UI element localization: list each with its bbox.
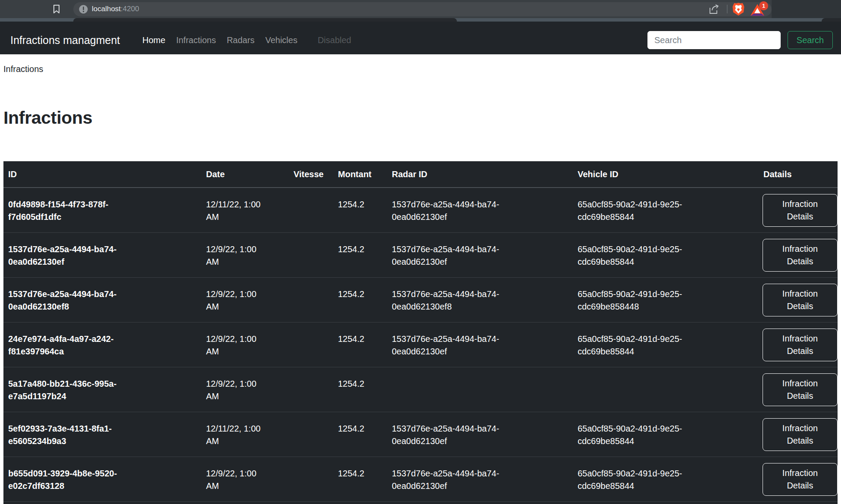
navbar-brand[interactable]: Infractions managment [10, 34, 120, 47]
cell-details: Infraction Details [759, 412, 838, 457]
infraction-details-button[interactable]: Infraction Details [763, 463, 838, 496]
cell-montant: 1254.2 [333, 457, 387, 501]
cell-montant: 1254.2 [333, 188, 387, 232]
nav-link-radars[interactable]: Radars [227, 35, 254, 45]
infraction-details-button[interactable]: Infraction Details [763, 194, 838, 227]
infraction-details-button[interactable]: Infraction Details [763, 373, 838, 406]
breadcrumb: Infractions [3, 63, 841, 75]
url-port: :4200 [121, 5, 139, 13]
cell-radar: 1537d76e-a25a-4494-ba74-0ea0d62130ef [387, 233, 573, 277]
search-button[interactable]: Search [788, 31, 833, 49]
infraction-details-button[interactable]: Infraction Details [763, 418, 838, 451]
cell-date: 12/11/22, 1:00AM [201, 412, 289, 457]
cell-details: Infraction Details [759, 322, 838, 367]
page-title: Infractions [3, 106, 841, 129]
cell-radar: 1537d76e-a25a-4494-ba74-0ea0d62130ef [387, 322, 573, 367]
window-strip-corner [822, 18, 841, 22]
cell-date: 12/9/22, 1:00AM [201, 322, 289, 367]
infractions-table: ID Date Vitesse Montant Radar ID Vehicle… [3, 161, 838, 504]
cell-vehicle: 65a0cf85-90a2-491d-9e25-cdc69be85844 [573, 322, 759, 367]
nav-link-infractions[interactable]: Infractions [176, 35, 216, 45]
cell-vehicle: 65a0cf85-90a2-491d-9e25-cdc69be85844 [573, 412, 759, 457]
header-vitesse: Vitesse [289, 161, 333, 187]
cell-details: Infraction Details [759, 457, 838, 501]
table-body: 0fd49898-f154-4f73-878f-f7d605df1dfc12/1… [3, 188, 838, 502]
table-row: 1537d76e-a25a-4494-ba74-0ea0d62130ef812/… [3, 278, 838, 322]
table-row: 24e7e974-a4fa-4a97-a242-f81e397964ca12/9… [3, 322, 838, 367]
table-header: ID Date Vitesse Montant Radar ID Vehicle… [3, 161, 838, 188]
header-radar-id: Radar ID [387, 161, 573, 187]
search-input[interactable] [647, 31, 781, 49]
url-bar[interactable] [73, 2, 772, 16]
cell-vitesse [289, 367, 333, 412]
cell-vehicle: 65a0cf85-90a2-491d-9e25-cdc69be85844 [573, 233, 759, 277]
header-datails: Datails [759, 161, 838, 187]
site-info-icon[interactable] [78, 4, 88, 14]
table-row: b655d091-3929-4b8e-9520-e02c7df6312812/9… [3, 457, 838, 502]
cell-details: Infraction Details [759, 188, 838, 232]
cell-vitesse [289, 412, 333, 457]
cell-vehicle: 65a0cf85-90a2-491d-9e25-cdc69be858448 [573, 278, 759, 322]
table-row: 5ef02933-7a3e-4131-8fa1-e5605234b9a312/1… [3, 412, 838, 457]
nav-link-home[interactable]: Home [142, 35, 165, 45]
toolbar-divider [727, 5, 728, 13]
cell-radar: 1537d76e-a25a-4494-ba74-0ea0d62130ef [387, 412, 573, 457]
cell-date: 12/9/22, 1:00AM [201, 457, 289, 501]
window-strip [0, 18, 841, 22]
brave-shield-icon[interactable] [732, 2, 745, 16]
cell-vitesse [289, 188, 333, 232]
cell-vitesse [289, 233, 333, 277]
cell-montant: 1254.2 [333, 322, 387, 367]
window-strip-dark [73, 18, 457, 22]
cell-vitesse [289, 322, 333, 367]
table-row: 0fd49898-f154-4f73-878f-f7d605df1dfc12/1… [3, 188, 838, 233]
cell-radar [387, 367, 573, 412]
cell-montant: 1254.2 [333, 367, 387, 412]
browser-toolbar: localhost:4200 1 [0, 0, 841, 18]
infraction-details-button[interactable]: Infraction Details [763, 239, 838, 272]
cell-id: b655d091-3929-4b8e-9520-e02c7df63128 [3, 457, 201, 501]
cell-montant: 1254.2 [333, 412, 387, 457]
cell-id: 24e7e974-a4fa-4a97-a242-f81e397964ca [3, 322, 201, 367]
url-host: localhost [92, 5, 121, 13]
cell-vehicle: 65a0cf85-90a2-491d-9e25-cdc69be85844 [573, 457, 759, 501]
cell-vitesse [289, 457, 333, 501]
search-group: Search [647, 31, 833, 49]
cell-id: 1537d76e-a25a-4494-ba74-0ea0d62130ef [3, 233, 201, 277]
cell-radar: 1537d76e-a25a-4494-ba74-0ea0d62130ef [387, 457, 573, 501]
header-id: ID [3, 161, 201, 187]
cell-vehicle [573, 367, 759, 412]
cell-id: 5ef02933-7a3e-4131-8fa1-e5605234b9a3 [3, 412, 201, 457]
table-row: 5a17a480-bb21-436c-995a-e7a5d1197b2412/9… [3, 367, 838, 412]
header-montant: Montant [333, 161, 387, 187]
cell-vehicle: 65a0cf85-90a2-491d-9e25-cdc69be85844 [573, 188, 759, 232]
cell-details: Infraction Details [759, 367, 838, 412]
cell-details: Infraction Details [759, 233, 838, 277]
cell-id: 0fd49898-f154-4f73-878f-f7d605df1dfc [3, 188, 201, 232]
header-date: Date [201, 161, 289, 187]
header-vehicle-id: Vehicle ID [573, 161, 759, 187]
cell-date: 12/11/22, 1:00AM [201, 188, 289, 232]
nav-link-vehicles[interactable]: Vehicles [265, 35, 297, 45]
infraction-details-button[interactable]: Infraction Details [763, 284, 838, 316]
infraction-details-button[interactable]: Infraction Details [763, 329, 838, 361]
nav-links: Home Infractions Radars Vehicles Disable… [142, 35, 351, 45]
extension-badge: 1 [759, 1, 768, 10]
row-sliver [3, 502, 838, 504]
cell-vitesse [289, 278, 333, 322]
table-row: 1537d76e-a25a-4494-ba74-0ea0d62130ef12/9… [3, 233, 838, 278]
url-text[interactable]: localhost:4200 [92, 0, 139, 18]
cell-radar: 1537d76e-a25a-4494-ba74-0ea0d62130ef [387, 188, 573, 232]
cell-radar: 1537d76e-a25a-4494-ba74-0ea0d62130ef8 [387, 278, 573, 322]
cell-date: 12/9/22, 1:00AM [201, 367, 289, 412]
cell-id: 5a17a480-bb21-436c-995a-e7a5d1197b24 [3, 367, 201, 412]
cell-montant: 1254.2 [333, 233, 387, 277]
cell-details: Infraction Details [759, 278, 838, 322]
nav-link-disabled: Disabled [318, 35, 351, 45]
cell-date: 12/9/22, 1:00AM [201, 278, 289, 322]
bookmark-icon[interactable] [53, 4, 60, 14]
share-icon[interactable] [709, 4, 720, 14]
cell-montant: 1254.2 [333, 278, 387, 322]
navbar: Infractions managment Home Infractions R… [0, 22, 841, 54]
cell-id: 1537d76e-a25a-4494-ba74-0ea0d62130ef8 [3, 278, 201, 322]
